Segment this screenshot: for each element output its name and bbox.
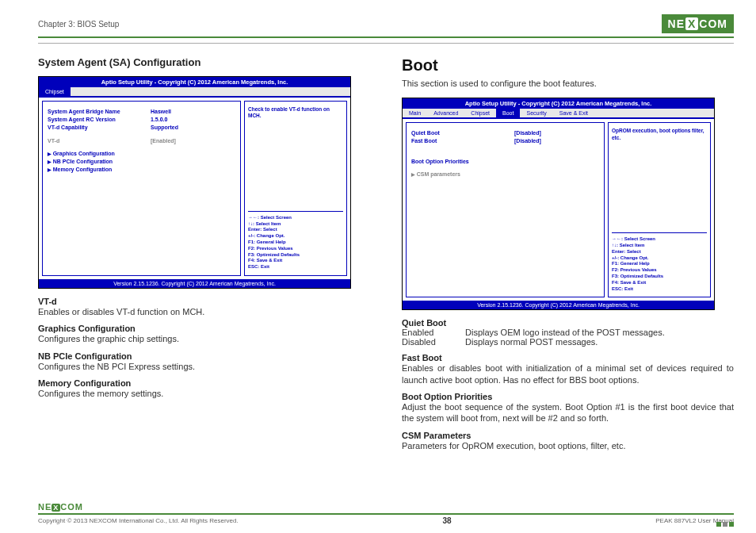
bios-key-hint: ESC: Exit (612, 286, 707, 293)
desc-key: Enabled (402, 328, 465, 337)
bios-row-val: [Disabled] (514, 137, 541, 145)
bios-key-hint: F3: Optimized Defaults (248, 252, 343, 259)
bios-key-hint: F2: Previous Values (612, 267, 707, 274)
bios-title: Aptio Setup Utility - Copyright (C) 2012… (39, 77, 350, 87)
bios-key-hint: Enter: Select (612, 249, 707, 255)
bios-help-panel: OpROM execution, boot options filter, et… (608, 122, 711, 297)
bios-key-hint: F4: Save & Exit (248, 258, 343, 264)
desc-val: Displays OEM logo instead of the POST me… (465, 328, 734, 337)
desc-text: Configures the memory settings. (38, 388, 370, 399)
desc-heading: VT-d (38, 297, 370, 306)
boot-descriptions: Quiet Boot EnabledDisplays OEM logo inst… (402, 318, 734, 451)
bios-tab-chipset: Chipset (39, 87, 71, 96)
bios-row-key: Fast Boot (411, 137, 514, 145)
bios-row-key: System Agent RC Version (48, 116, 151, 124)
bios-footer: Version 2.15.1236. Copyright (C) 2012 Am… (39, 279, 350, 288)
bios-link-memory: Memory Configuration (48, 166, 235, 174)
sa-config-title: System Agent (SA) Configuration (38, 56, 370, 68)
bios-tab-boot: Boot (496, 109, 520, 117)
right-column: Boot This section is used to configure t… (402, 56, 734, 451)
bios-row-val: Supported (151, 124, 178, 132)
bios-tab-chipset: Chipset (464, 109, 496, 117)
bios-row-val: 1.5.0.0 (151, 116, 167, 124)
bios-link-graphics: Graphics Configuration (48, 150, 235, 158)
bios-row-key: Quiet Boot (411, 129, 514, 137)
page-footer: NEXCOM Copyright © 2013 NEXCOM Internati… (38, 502, 734, 525)
bios-key-hint: →←: Select Screen (612, 236, 707, 243)
brand-logo: NEXCOM (662, 14, 734, 33)
desc-text: Enables or disables VT-d function on MCH… (38, 306, 370, 317)
bios-tabs: Chipset (39, 87, 350, 97)
bios-key-hint: F1: General Help (248, 240, 343, 246)
desc-heading: Fast Boot (402, 353, 734, 362)
left-column: System Agent (SA) Configuration Aptio Se… (38, 56, 370, 451)
bios-main-panel: Quiet Boot[Disabled] Fast Boot[Disabled]… (406, 122, 605, 297)
bios-section-label: Boot Option Priorities (411, 158, 599, 166)
footer-rule (38, 513, 734, 515)
bios-link-nbpcie: NB PCIe Configuration (48, 158, 235, 166)
bios-tab-advanced: Advanced (427, 109, 464, 117)
bios-help-panel: Check to enable VT-d function on MCH. →←… (244, 101, 347, 276)
bios-key-hint: F4: Save & Exit (612, 280, 707, 286)
page-number: 38 (442, 516, 451, 525)
corner-decoration (716, 522, 734, 527)
bios-tab-security: Security (520, 109, 552, 117)
chapter-label: Chapter 3: BIOS Setup (38, 20, 119, 29)
footer-copyright: Copyright © 2013 NEXCOM International Co… (38, 517, 239, 524)
bios-screenshot-sa: Aptio Setup Utility - Copyright (C) 2012… (38, 76, 351, 289)
bios-help-keys: →←: Select Screen ↑↓: Select Item Enter:… (248, 211, 343, 270)
desc-text: Configures the NB PCI Express settings. (38, 361, 370, 372)
bios-screenshot-boot: Aptio Setup Utility - Copyright (C) 2012… (402, 98, 715, 310)
bios-key-hint: ESC: Exit (248, 264, 343, 270)
bios-row-val: Haswell (151, 108, 171, 116)
bios-sel-val: [Enabled] (151, 137, 176, 145)
header-thin-rule (38, 43, 734, 44)
bios-help-keys: →←: Select Screen ↑↓: Select Item Enter:… (612, 232, 707, 292)
bios-key-hint: +/-: Change Opt. (612, 255, 707, 262)
bios-sel-key: VT-d (48, 137, 151, 145)
bios-key-hint: +/-: Change Opt. (248, 233, 343, 240)
desc-heading: Memory Configuration (38, 378, 370, 388)
bios-row-key: System Agent Bridge Name (48, 108, 151, 116)
bios-tab-main: Main (403, 109, 427, 117)
bios-key-hint: F2: Previous Values (248, 246, 343, 252)
bios-tabs: Main Advanced Chipset Boot Security Save… (403, 109, 714, 118)
bios-key-hint: F3: Optimized Defaults (612, 274, 707, 280)
bios-key-hint: Enter: Select (248, 227, 343, 233)
bios-row-val: [Disabled] (514, 129, 541, 137)
bios-key-hint: ↑↓: Select Item (612, 243, 707, 249)
bios-key-hint: →←: Select Screen (248, 215, 343, 221)
desc-heading: Quiet Boot (402, 318, 734, 328)
desc-key: Disabled (402, 337, 465, 347)
desc-heading: NB PCIe Configuration (38, 351, 370, 361)
desc-heading: Graphics Configuration (38, 324, 370, 333)
header-rule (38, 36, 734, 38)
bios-help-text: Check to enable VT-d function on MCH. (248, 106, 343, 120)
desc-heading: Boot Option Priorities (402, 392, 734, 401)
bios-tab-save: Save & Exit (553, 109, 594, 117)
bios-title: Aptio Setup Utility - Copyright (C) 2012… (403, 98, 714, 109)
desc-text: Configures the graphic chip settings. (38, 333, 370, 344)
bios-key-hint: ↑↓: Select Item (248, 221, 343, 228)
desc-text: Parameters for OpROM execution, boot opt… (402, 440, 734, 451)
boot-intro: This section is used to configure the bo… (402, 78, 734, 90)
sa-descriptions: VT-d Enables or disables VT-d function o… (38, 297, 370, 399)
bios-link-csm: CSM parameters (411, 171, 599, 178)
bios-main-panel: System Agent Bridge NameHaswell System A… (42, 101, 241, 276)
bios-help-text: OpROM execution, boot options filter, et… (612, 128, 707, 141)
desc-text: Enables or disables boot with initializa… (402, 362, 734, 385)
desc-heading: CSM Parameters (402, 431, 734, 440)
desc-text: Adjust the boot sequence of the system. … (402, 401, 734, 424)
bios-key-hint: F1: General Help (612, 261, 707, 267)
desc-val: Displays normal POST messages. (465, 337, 734, 347)
boot-title: Boot (402, 56, 734, 75)
bios-row-key: VT-d Capability (48, 124, 151, 132)
footer-logo: NEXCOM (38, 502, 734, 512)
bios-footer: Version 2.15.1236. Copyright (C) 2012 Am… (403, 301, 714, 309)
